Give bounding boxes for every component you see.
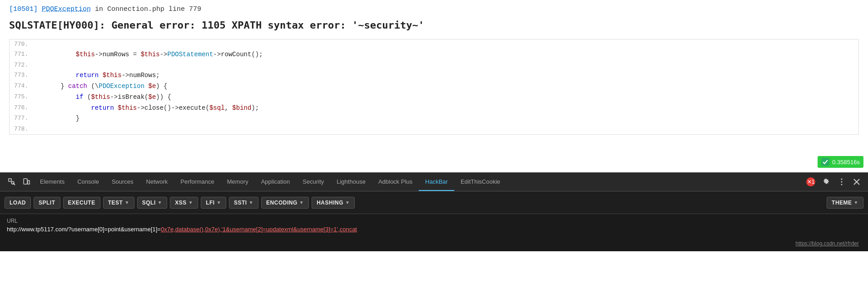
devtools-bar: Elements Console Sources Network Perform…: [0, 172, 868, 191]
svg-rect-4: [24, 179, 27, 184]
hackbar-toolbar: LOAD SPLIT EXECUTE TEST ▼ SQLI ▼ XSS ▼ L…: [0, 191, 868, 214]
tab-hackbar[interactable]: HackBar: [419, 173, 454, 191]
code-line-773: 773. return $this->numRows;: [10, 70, 858, 81]
tab-performance[interactable]: Performance: [174, 173, 220, 191]
tab-elements[interactable]: Elements: [34, 173, 71, 191]
code-line-771: 771. $this->numRows = $this->PDOStatemen…: [10, 49, 858, 60]
theme-arrow-icon: ▼: [854, 200, 858, 205]
hackbar-test-button[interactable]: TEST ▼: [103, 197, 134, 209]
badge-icon: [821, 158, 829, 166]
svg-point-6: [841, 179, 843, 180]
device-toggle-button[interactable]: [19, 176, 34, 188]
hackbar-execute-button[interactable]: EXECUTE: [63, 197, 100, 209]
code-line-777: 777. }: [10, 113, 858, 124]
hackbar-encoding-button[interactable]: ENCODING ▼: [261, 197, 309, 209]
tab-security[interactable]: Security: [296, 173, 330, 191]
error-class: PDOException: [42, 5, 91, 13]
external-link[interactable]: https://blog.csdn.net/rfrder: [796, 240, 859, 247]
error-count-badge: ✕ 1: [806, 177, 815, 186]
code-line-774: 774. } catch (\PDOException $e) {: [10, 81, 858, 92]
close-devtools-button[interactable]: [850, 176, 863, 188]
badge-time: 0.358516s: [832, 159, 860, 166]
devtools-tabs: Elements Console Sources Network Perform…: [34, 173, 806, 191]
svg-point-8: [841, 184, 843, 185]
hackbar-load-button[interactable]: LOAD: [5, 197, 31, 209]
hackbar-ssti-button[interactable]: SSTI ▼: [229, 197, 258, 209]
tab-console[interactable]: Console: [71, 173, 105, 191]
main-content: [10501] PDOException in Connection.php l…: [0, 0, 868, 172]
tab-editthiscookie[interactable]: EditThisCookie: [454, 173, 506, 191]
ssti-arrow-icon: ▼: [249, 200, 253, 205]
inspect-element-button[interactable]: [5, 176, 19, 188]
error-message: SQLSTATE[HY000]: General error: 1105 XPA…: [9, 19, 859, 33]
url-value[interactable]: http://www.tp5117.com/?username[0]=point…: [7, 226, 861, 233]
hackbar-xss-button[interactable]: XSS ▼: [170, 197, 198, 209]
code-line-778: 778.: [10, 124, 858, 134]
code-line-772: 772.: [10, 60, 858, 70]
sqli-arrow-icon: ▼: [158, 200, 162, 205]
url-normal-part: http://www.tp5117.com/?username[0]=point…: [7, 226, 161, 233]
svg-rect-1: [9, 179, 11, 181]
url-label: URL: [7, 218, 861, 224]
tab-sources[interactable]: Sources: [105, 173, 140, 191]
xss-arrow-icon: ▼: [188, 200, 193, 205]
hackbar-sqli-button[interactable]: SQLI ▼: [137, 197, 167, 209]
time-badge: 0.358516s: [818, 156, 863, 168]
tab-application[interactable]: Application: [255, 173, 297, 191]
hackbar-theme-button[interactable]: THEME ▼: [827, 197, 863, 209]
code-line-775: 775. if ($this->isBreak($e)) {: [10, 92, 858, 103]
tab-memory[interactable]: Memory: [221, 173, 255, 191]
hackbar-right: THEME ▼: [827, 197, 863, 209]
devtools-right: ✕ 1: [806, 176, 863, 188]
error-count: 1: [812, 179, 815, 185]
hashing-arrow-icon: ▼: [345, 200, 350, 205]
error-location: in Connection.php line 779: [95, 5, 201, 13]
tab-adblock[interactable]: Adblock Plus: [372, 173, 419, 191]
error-count-icon: ✕: [807, 179, 812, 185]
settings-button[interactable]: [819, 176, 833, 188]
lfi-arrow-icon: ▼: [217, 200, 221, 205]
encoding-arrow-icon: ▼: [299, 200, 304, 205]
tab-lighthouse[interactable]: Lighthouse: [330, 173, 372, 191]
hackbar-split-button[interactable]: SPLIT: [34, 197, 60, 209]
tab-network[interactable]: Network: [140, 173, 174, 191]
svg-rect-0: [821, 158, 829, 166]
error-code: [10501]: [9, 5, 38, 13]
url-highlighted-part: 0x7e,database(),0x7e),'1&username[2]=upd…: [161, 226, 357, 233]
hackbar-lfi-button[interactable]: LFI ▼: [201, 197, 226, 209]
code-line-776: 776. return $this->close()->execute($sql…: [10, 103, 858, 114]
svg-point-7: [841, 181, 843, 183]
error-header: [10501] PDOException in Connection.php l…: [9, 5, 859, 15]
url-bar: URL http://www.tp5117.com/?username[0]=p…: [0, 214, 868, 251]
more-options-button[interactable]: [837, 176, 846, 188]
code-block: 770. 771. $this->numRows = $this->PDOSta…: [9, 39, 859, 135]
hackbar-hashing-button[interactable]: HASHING ▼: [312, 197, 355, 209]
svg-rect-5: [28, 181, 30, 184]
code-line-770: 770.: [10, 39, 858, 49]
test-arrow-icon: ▼: [124, 200, 129, 205]
